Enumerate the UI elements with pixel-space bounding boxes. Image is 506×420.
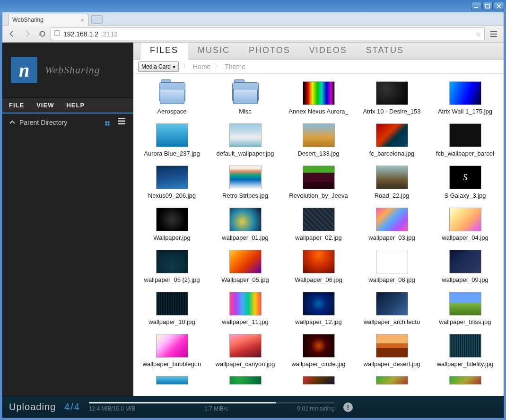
item-label: wallpaper_canyon.jpg bbox=[216, 360, 275, 368]
file-item[interactable]: Atrix Wall 1_175.jpg bbox=[429, 81, 501, 115]
back-button[interactable] bbox=[5, 27, 18, 41]
image-thumbnail bbox=[449, 334, 481, 358]
upload-size: 12.4 MiB/16.0 MiB bbox=[89, 405, 135, 412]
svg-rect-6 bbox=[108, 124, 110, 126]
file-item[interactable]: wallpaper_08.jpg bbox=[356, 250, 427, 283]
file-item[interactable] bbox=[209, 376, 281, 385]
maximize-button[interactable] bbox=[482, 2, 493, 10]
upload-status-bar: Uploading 4/4 12.4 MiB/16.0 MiB 1.7 MiB/… bbox=[2, 396, 504, 418]
tab-close-icon[interactable]: × bbox=[80, 17, 84, 24]
browser-tab[interactable]: WebSharing × bbox=[8, 14, 88, 26]
file-item[interactable]: Road_22.jpg bbox=[356, 166, 427, 199]
file-item[interactable]: Atrix 10 - Desire_153 bbox=[356, 81, 427, 115]
file-item[interactable] bbox=[283, 376, 354, 385]
new-tab-button[interactable] bbox=[91, 15, 103, 24]
file-item[interactable]: wallpaper_01.jpg bbox=[209, 208, 281, 241]
file-item[interactable]: Annex Nexus Aurora_ bbox=[283, 81, 354, 115]
file-item[interactable]: S Galaxy_3.jpg bbox=[429, 166, 501, 199]
image-thumbnail bbox=[376, 334, 408, 358]
file-item[interactable]: fcb_wallpaper_barcel bbox=[429, 123, 501, 157]
image-thumbnail bbox=[376, 292, 408, 315]
tab-files[interactable]: FILES bbox=[140, 43, 188, 60]
menu-help[interactable]: HELP bbox=[66, 102, 85, 109]
file-item[interactable]: Wallpaper_05.jpg bbox=[209, 250, 281, 283]
file-item[interactable]: wallpaper_12.jpg bbox=[283, 292, 354, 325]
breadcrumb-bar: Media Card ▾ 〉 Home 〉 Theme bbox=[133, 60, 504, 74]
image-thumbnail bbox=[303, 123, 335, 147]
file-item[interactable] bbox=[136, 376, 208, 385]
breadcrumb-home[interactable]: Home bbox=[193, 63, 210, 70]
file-item[interactable]: Desert_133.jpg bbox=[283, 123, 354, 157]
file-item[interactable]: default_wallpaper.jpg bbox=[209, 123, 281, 157]
minimize-button[interactable] bbox=[471, 2, 481, 10]
item-label: wallpaper_bliss.jpg bbox=[439, 318, 491, 325]
tab-status[interactable]: STATUS bbox=[357, 43, 413, 59]
menu-file[interactable]: FILE bbox=[9, 102, 24, 109]
bookmark-star-icon[interactable]: ☆ bbox=[475, 30, 481, 38]
app-content: n WebSharing FILE VIEW HELP Parent Direc… bbox=[2, 43, 504, 418]
file-item[interactable]: wallpaper_circle.jpg bbox=[283, 334, 354, 368]
item-label: fc_barcelona.jpg bbox=[369, 150, 414, 157]
image-thumbnail bbox=[376, 123, 408, 147]
item-label: fcb_wallpaper_barcel bbox=[436, 150, 494, 157]
file-item[interactable]: Aurora Blue_237.jpg bbox=[136, 123, 208, 157]
file-item[interactable]: wallpaper_05 (2).jpg bbox=[136, 250, 208, 283]
file-item[interactable]: wallpaper_bliss.jpg bbox=[429, 292, 501, 325]
folder-item[interactable]: Aerospace bbox=[136, 81, 208, 115]
file-item[interactable]: Nexus09_206.jpg bbox=[136, 166, 208, 199]
storage-selector[interactable]: Media Card ▾ bbox=[138, 61, 179, 72]
file-grid[interactable]: AerospaceMiscAnnex Nexus Aurora_Atrix 10… bbox=[133, 74, 504, 418]
browser-menu-button[interactable] bbox=[487, 27, 501, 41]
grid-view-button[interactable] bbox=[102, 116, 113, 129]
browser-tab-title: WebSharing bbox=[12, 17, 44, 23]
image-thumbnail bbox=[449, 292, 481, 315]
url-bar[interactable]: 192.168.1.2:2112 ☆ bbox=[51, 27, 485, 40]
image-thumbnail bbox=[303, 334, 335, 358]
item-label: default_wallpaper.jpg bbox=[216, 150, 274, 157]
file-item[interactable]: wallpaper_02.jpg bbox=[283, 208, 354, 241]
close-button[interactable] bbox=[494, 2, 504, 10]
tab-photos[interactable]: PHOTOS bbox=[239, 43, 300, 59]
item-label: Aurora Blue_237.jpg bbox=[144, 150, 200, 157]
dropdown-caret-icon: ▾ bbox=[173, 63, 175, 70]
file-item[interactable]: Wallpaper_06.jpg bbox=[283, 250, 354, 283]
image-thumbnail bbox=[376, 250, 408, 273]
image-thumbnail bbox=[376, 376, 408, 385]
file-item[interactable]: wallpaper_09.jpg bbox=[429, 250, 501, 283]
sidebar-subbar: Parent Directory bbox=[2, 114, 133, 131]
image-thumbnail bbox=[156, 208, 188, 231]
file-item[interactable]: wallpaper_bubblegun bbox=[136, 334, 208, 368]
file-item[interactable]: wallpaper_04.jpg bbox=[429, 208, 501, 241]
parent-directory-link[interactable]: Parent Directory bbox=[9, 119, 67, 126]
item-label: S Galaxy_3.jpg bbox=[444, 192, 486, 199]
menu-view[interactable]: VIEW bbox=[36, 102, 54, 109]
upload-count: 4/4 bbox=[64, 402, 80, 412]
file-item[interactable]: wallpaper_fidelity.jpg bbox=[429, 334, 501, 368]
file-item[interactable] bbox=[356, 376, 427, 385]
file-item[interactable]: wallpaper_11.jpg bbox=[209, 292, 281, 325]
file-item[interactable]: Retro Stripes.jpg bbox=[209, 166, 281, 199]
image-thumbnail bbox=[229, 166, 262, 189]
image-thumbnail bbox=[303, 250, 335, 273]
file-item[interactable]: Wallpaper.jpg bbox=[136, 208, 208, 241]
file-item[interactable]: wallpaper_canyon.jpg bbox=[209, 334, 281, 368]
file-item[interactable]: wallpaper_03.jpg bbox=[356, 208, 427, 241]
item-label: wallpaper_desert.jpg bbox=[364, 360, 420, 368]
image-thumbnail bbox=[449, 123, 481, 147]
tab-music[interactable]: MUSIC bbox=[188, 43, 239, 59]
file-item[interactable]: wallpaper_10.jpg bbox=[136, 292, 208, 325]
folder-item[interactable]: Misc bbox=[209, 81, 281, 115]
list-view-button[interactable] bbox=[116, 116, 127, 126]
file-item[interactable] bbox=[429, 376, 501, 385]
file-item[interactable]: wallpaper_desert.jpg bbox=[356, 334, 427, 368]
item-label: Wallpaper_06.jpg bbox=[295, 276, 342, 283]
tab-videos[interactable]: VIDEOS bbox=[300, 43, 357, 59]
forward-button[interactable] bbox=[20, 27, 34, 41]
svg-rect-7 bbox=[118, 118, 125, 119]
warning-icon[interactable]: ! bbox=[343, 402, 353, 412]
file-item[interactable]: wallpaper_architectu bbox=[356, 292, 427, 325]
file-item[interactable]: Revolution_by_Jeeva bbox=[283, 166, 354, 199]
reload-button[interactable] bbox=[35, 27, 49, 41]
svg-rect-1 bbox=[486, 4, 489, 8]
file-item[interactable]: fc_barcelona.jpg bbox=[356, 123, 427, 157]
